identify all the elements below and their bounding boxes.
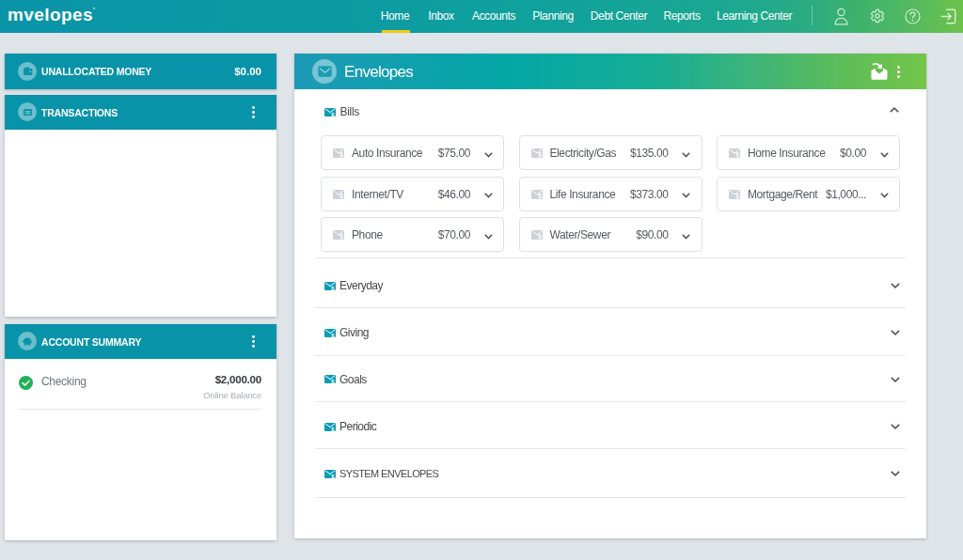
svg-text:$: $ bbox=[538, 233, 542, 240]
svg-text:$: $ bbox=[339, 233, 343, 240]
svg-text:$: $ bbox=[339, 151, 343, 158]
svg-text:$: $ bbox=[538, 193, 542, 199]
svg-text:$: $ bbox=[538, 151, 542, 158]
svg-text:$: $ bbox=[735, 193, 739, 199]
svg-text:$: $ bbox=[735, 151, 739, 158]
svg-text:$: $ bbox=[339, 193, 343, 199]
